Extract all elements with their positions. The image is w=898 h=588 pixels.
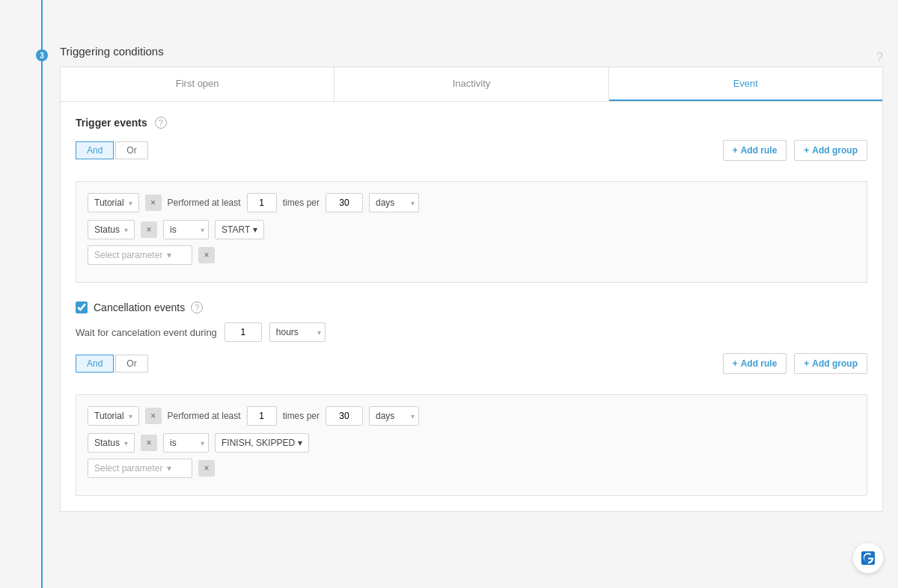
cancel-add-group-label: Add group (812, 358, 858, 369)
trigger-times-per-label: times per (283, 197, 320, 208)
trigger-condition-value: START (222, 224, 250, 235)
trigger-select-param-arrow: ▾ (167, 250, 171, 260)
wait-row: Wait for cancelation event during hours … (76, 322, 867, 342)
cancel-actions-row: + Add rule + Add group (723, 353, 867, 374)
trigger-add-rule-btn[interactable]: + Add rule (723, 140, 787, 161)
trigger-condition-value-select[interactable]: START ▾ (215, 220, 264, 239)
cancel-event-select[interactable]: Tutorial ▾ (88, 406, 139, 426)
trigger-event-value: Tutorial (94, 197, 124, 208)
cancel-main-rule-row: Tutorial ▾ × Performed at least times pe… (88, 406, 855, 426)
trigger-events-help-icon[interactable]: ? (155, 117, 167, 129)
top-right-help-icon[interactable]: ? (876, 51, 883, 64)
cancellation-section: Cancellation events ? Wait for cancelati… (76, 301, 867, 496)
trigger-period-unit-select[interactable]: days hours weeks (369, 193, 419, 212)
cancel-rule-box: Tutorial ▾ × Performed at least times pe… (76, 394, 867, 496)
trigger-add-rule-plus: + (733, 145, 738, 156)
cancel-and-btn[interactable]: And (76, 355, 114, 373)
cancel-period-unit-select[interactable]: days hours weeks (369, 406, 419, 426)
cancel-condition-param-value: Status (94, 438, 120, 448)
tabs-container: First open Inactivity Event (60, 67, 883, 101)
timeline (41, 0, 43, 588)
cancel-event-arrow: ▾ (129, 412, 132, 420)
trigger-times-input[interactable] (247, 193, 277, 212)
cancellation-title: Cancellation events (94, 301, 185, 313)
trigger-or-btn[interactable]: Or (115, 141, 147, 159)
triggering-title: Triggering conditions (60, 45, 164, 58)
cancel-condition-op-select[interactable]: is is not (163, 433, 209, 453)
cancel-condition-value-select[interactable]: FINISH, SKIPPED ▾ (215, 433, 309, 453)
cancel-times-input[interactable] (247, 406, 277, 426)
trigger-add-group-btn[interactable]: + Add group (794, 140, 867, 161)
cancel-add-rule-plus: + (733, 358, 738, 369)
trigger-condition-value-arrow: ▾ (253, 224, 257, 235)
cancel-event-close-btn[interactable]: × (145, 408, 162, 424)
trigger-select-param-close-btn[interactable]: × (198, 247, 215, 263)
cancel-condition-value: FINISH, SKIPPED (222, 438, 295, 448)
wait-unit-wrapper: hours days minutes (269, 322, 326, 342)
trigger-sub-rule-row-2: Select parameter ▾ × (88, 245, 855, 265)
trigger-condition-param-close-btn[interactable]: × (141, 221, 157, 238)
trigger-sub-rule-row-1: Status ▾ × is is not START ▾ (88, 220, 855, 239)
tab-inactivity[interactable]: Inactivity (335, 67, 608, 101)
brand-logo (853, 543, 883, 573)
tab-event[interactable]: Event (609, 67, 882, 101)
cancel-sub-rule-row-2: Select parameter ▾ × (88, 459, 855, 478)
trigger-condition-op-select[interactable]: is is not (163, 220, 209, 239)
cancel-performed-label: Performed at least (168, 411, 241, 421)
triggering-header: Triggering conditions (60, 45, 883, 58)
wait-value-input[interactable] (224, 322, 262, 342)
cancellation-help-icon[interactable]: ? (191, 301, 203, 313)
trigger-and-or-section: And Or + Add rule + Add group (76, 140, 867, 172)
step-badge: 3 (36, 49, 48, 61)
trigger-select-param-placeholder: Select parameter (94, 250, 162, 260)
trigger-add-group-label: Add group (812, 145, 858, 156)
cancel-sub-rule-row-1: Status ▾ × is is not FINISH, SKIPPED (88, 433, 855, 453)
trigger-main-rule-row: Tutorial ▾ × Performed at least times pe… (88, 193, 855, 212)
cancel-add-rule-label: Add rule (741, 358, 778, 369)
cancel-logic-buttons: And Or (76, 355, 148, 373)
trigger-logic-buttons: And Or (76, 141, 148, 159)
cancel-event-value: Tutorial (94, 411, 124, 421)
trigger-condition-param-select[interactable]: Status ▾ (88, 220, 135, 239)
cancel-condition-param-close-btn[interactable]: × (141, 435, 157, 451)
trigger-select-param[interactable]: Select parameter ▾ (88, 245, 192, 265)
cancel-add-group-btn[interactable]: + Add group (794, 353, 867, 374)
cancel-add-rule-btn[interactable]: + Add rule (723, 353, 787, 374)
trigger-condition-param-value: Status (94, 224, 120, 235)
brand-logo-svg (859, 549, 877, 567)
trigger-event-arrow: ▾ (129, 199, 132, 207)
cancel-period-unit-wrapper: days hours weeks (369, 406, 419, 426)
trigger-event-close-btn[interactable]: × (145, 195, 162, 211)
trigger-condition-op-wrapper: is is not (163, 220, 209, 239)
cancel-period-input[interactable] (326, 406, 363, 426)
cancel-select-param-close-btn[interactable]: × (198, 460, 215, 477)
cancel-times-per-label: times per (283, 411, 320, 421)
cancel-or-btn[interactable]: Or (115, 355, 147, 373)
trigger-add-group-plus: + (804, 145, 809, 156)
trigger-events-title: Trigger events (76, 117, 147, 129)
cancel-select-param-placeholder: Select parameter (94, 463, 162, 474)
page-wrapper: 3 ? Triggering conditions First open Ina… (0, 0, 898, 588)
cancel-and-or-section: And Or + Add rule + Add group (76, 353, 867, 385)
trigger-actions-row: + Add rule + Add group (723, 140, 867, 161)
trigger-period-unit-wrapper: days hours weeks (369, 193, 419, 212)
cancel-condition-param-select[interactable]: Status ▾ (88, 433, 135, 453)
cancel-condition-op-wrapper: is is not (163, 433, 209, 453)
trigger-and-btn[interactable]: And (76, 141, 114, 159)
trigger-events-header: Trigger events ? (76, 117, 867, 129)
cancel-select-param-arrow: ▾ (167, 463, 171, 474)
cancellation-checkbox[interactable] (76, 301, 88, 313)
main-content: Triggering conditions First open Inactiv… (60, 0, 898, 542)
wait-unit-select[interactable]: hours days minutes (269, 322, 326, 342)
cancel-add-group-plus: + (804, 358, 809, 369)
trigger-condition-param-arrow: ▾ (124, 226, 128, 234)
trigger-rule-box: Tutorial ▾ × Performed at least times pe… (76, 181, 867, 283)
trigger-period-input[interactable] (326, 193, 363, 212)
trigger-performed-label: Performed at least (168, 197, 241, 208)
trigger-event-select[interactable]: Tutorial ▾ (88, 193, 139, 212)
cancel-condition-param-arrow: ▾ (124, 439, 128, 447)
cancel-select-param[interactable]: Select parameter ▾ (88, 459, 192, 478)
cancellation-header: Cancellation events ? (76, 301, 867, 313)
tab-first-open[interactable]: First open (61, 67, 335, 101)
cancel-condition-value-arrow: ▾ (298, 438, 302, 448)
